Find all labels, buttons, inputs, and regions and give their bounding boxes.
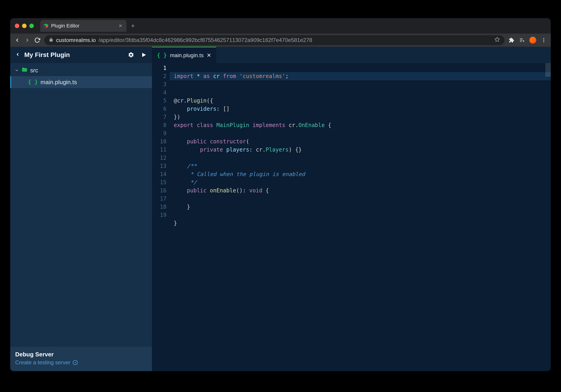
sidebar-header: My First Plugin xyxy=(10,47,152,63)
reading-list-icon[interactable] xyxy=(519,37,525,43)
editor-tab-main[interactable]: { } main.plugin.ts ✕ xyxy=(152,47,216,63)
create-testing-server-link[interactable]: Create a testing server ➜ xyxy=(15,359,147,366)
browser-tab[interactable]: Plugin Editor ✕ xyxy=(40,20,127,32)
folder-label: src xyxy=(30,67,38,74)
new-tab-button[interactable]: + xyxy=(131,22,135,30)
editor-tab-label: main.plugin.ts xyxy=(170,52,204,59)
profile-extension-icon[interactable] xyxy=(529,37,536,43)
extensions-icon[interactable] xyxy=(508,37,514,43)
toolbar-right-icons xyxy=(508,37,547,43)
svg-marker-10 xyxy=(142,53,146,57)
bookmark-star-icon[interactable] xyxy=(495,37,500,43)
project-title: My First Plugin xyxy=(24,51,124,59)
svg-point-7 xyxy=(543,38,544,39)
editor-tabs: { } main.plugin.ts ✕ xyxy=(152,47,551,63)
chevron-down-icon xyxy=(15,68,19,72)
traffic-lights xyxy=(15,24,34,28)
gutter: 1 2 3 4 5 6 7 8 9 10 11 12 13 14 15 16 1 xyxy=(152,63,170,371)
browser-toolbar: customrealms.io/app/editor/3fdba35f04dc8… xyxy=(10,34,551,47)
typescript-file-icon: { } xyxy=(157,52,167,59)
editor: { } main.plugin.ts ✕ 1 2 3 4 5 6 7 8 9 1… xyxy=(152,47,551,371)
svg-point-8 xyxy=(543,40,544,41)
app-container: My First Plugin src { } m xyxy=(10,47,551,371)
close-window-button[interactable] xyxy=(15,24,19,28)
file-label: main.plugin.ts xyxy=(40,79,77,86)
reload-button[interactable] xyxy=(34,37,40,43)
url-path: /app/editor/3fdba35f04dc8c462986c992bcf8… xyxy=(98,37,312,43)
tab-title: Plugin Editor xyxy=(51,23,79,29)
back-chevron-icon[interactable] xyxy=(15,52,20,58)
debug-server-title: Debug Server xyxy=(15,351,147,358)
sidebar-footer: Debug Server Create a testing server ➜ xyxy=(10,347,152,371)
back-button[interactable] xyxy=(14,37,20,43)
lock-icon xyxy=(49,37,53,43)
folder-open-icon xyxy=(22,67,27,74)
arrow-circle-icon: ➜ xyxy=(73,360,78,365)
close-editor-tab-icon[interactable]: ✕ xyxy=(207,52,211,59)
titlebar: Plugin Editor ✕ + xyxy=(10,18,551,34)
folder-src[interactable]: src xyxy=(10,64,152,76)
url-domain: customrealms.io xyxy=(56,37,96,43)
file-tree: src { } main.plugin.ts xyxy=(10,63,152,89)
file-main-plugin[interactable]: { } main.plugin.ts xyxy=(10,76,152,88)
svg-point-9 xyxy=(543,41,544,42)
svg-marker-3 xyxy=(495,37,499,41)
browser-window: Plugin Editor ✕ + customrealms.io/app/ed… xyxy=(10,18,551,371)
favicon-cube-icon xyxy=(43,23,48,28)
maximize-window-button[interactable] xyxy=(29,24,34,28)
gear-icon[interactable] xyxy=(128,52,134,58)
url-bar[interactable]: customrealms.io/app/editor/3fdba35f04dc8… xyxy=(44,35,505,45)
minimap-scrollbar[interactable] xyxy=(545,63,551,77)
minimize-window-button[interactable] xyxy=(22,24,27,28)
forward-button[interactable] xyxy=(24,37,30,43)
close-tab-icon[interactable]: ✕ xyxy=(119,23,122,29)
typescript-file-icon: { } xyxy=(28,79,38,85)
code-content[interactable]: import * as cr from 'customrealms'; @cr.… xyxy=(170,63,551,371)
sidebar: My First Plugin src { } m xyxy=(10,47,152,371)
chrome-menu-icon[interactable] xyxy=(541,37,547,43)
play-icon[interactable] xyxy=(140,52,147,58)
footer-link-label: Create a testing server xyxy=(15,359,70,366)
code-area[interactable]: 1 2 3 4 5 6 7 8 9 10 11 12 13 14 15 16 1 xyxy=(152,63,551,371)
